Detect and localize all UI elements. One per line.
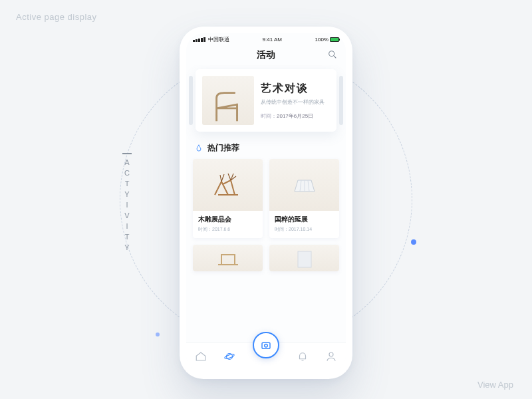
tab-profile[interactable] [325,350,337,365]
hot-icon [194,144,203,153]
card-image [193,245,263,271]
card-grid: 木雕展品会 时间：2017.6.6 国粹的延展 时间：2017.10.14 [193,159,339,271]
activity-card[interactable]: 木雕展品会 时间：2017.6.6 [193,159,263,238]
svg-point-6 [225,353,235,359]
battery-icon [330,37,339,42]
planet-icon [223,350,235,362]
card-image [269,245,339,271]
vertical-label: ACTYIVITY [122,153,132,254]
card-title: 木雕展品会 [198,215,257,224]
section-title: 热门推荐 [207,142,239,154]
carrier-label: 中国联通 [208,36,229,43]
card-image [269,159,339,211]
user-icon [325,350,337,362]
svg-point-0 [329,51,334,57]
clock: 9:41 AM [263,37,282,43]
home-icon [195,350,207,362]
hero-image [202,76,254,125]
page-caption-top: Active page display [16,12,97,22]
orbit-dot [156,332,160,336]
activity-card-partial[interactable] [193,245,263,271]
orbit-dot [411,239,416,245]
svg-rect-4 [298,251,311,267]
tab-explore[interactable] [223,350,235,365]
battery-percent: 100% [315,37,329,43]
card-title: 国粹的延展 [275,215,334,224]
phone-frame: 中国联通 9:41 AM 100% 活动 艺术对谈 [180,27,352,379]
bell-icon [297,350,309,362]
hero-title: 艺术对谈 [261,82,330,96]
hero-subtitle: 从传统中创造不一样的家具 [261,98,330,106]
page-caption-bottom: View App [477,380,513,390]
tab-home[interactable] [195,350,207,365]
phone-screen: 中国联通 9:41 AM 100% 活动 艺术对谈 [186,33,346,372]
svg-point-7 [329,352,333,356]
content-scroll[interactable]: 艺术对谈 从传统中创造不一样的家具 时间：2017年6月25日 热门推荐 [186,65,346,342]
hero-card[interactable]: 艺术对谈 从传统中创造不一样的家具 时间：2017年6月25日 [196,69,336,132]
hero-date: 时间：2017年6月25日 [261,112,330,120]
card-image [193,159,263,211]
carousel-peek-left [189,76,193,125]
nav-bar: 活动 [186,45,346,65]
svg-point-9 [265,344,268,348]
search-button[interactable] [327,49,338,60]
search-icon [327,49,338,60]
tab-notifications[interactable] [297,350,309,365]
card-date: 时间：2017.6.6 [198,226,257,233]
tab-camera-fab[interactable] [253,332,279,358]
camera-icon [260,339,272,351]
section-header: 热门推荐 [193,141,339,159]
activity-card-partial[interactable] [269,245,339,271]
status-bar: 中国联通 9:41 AM 100% [186,33,346,45]
signal-icon [193,37,205,42]
svg-rect-8 [262,342,270,348]
card-date: 时间：2017.10.14 [275,226,334,233]
carousel-peek-right [339,76,343,125]
tab-bar [186,342,346,372]
svg-line-1 [334,56,336,58]
activity-card[interactable]: 国粹的延展 时间：2017.10.14 [269,159,339,238]
page-title: 活动 [257,49,275,61]
